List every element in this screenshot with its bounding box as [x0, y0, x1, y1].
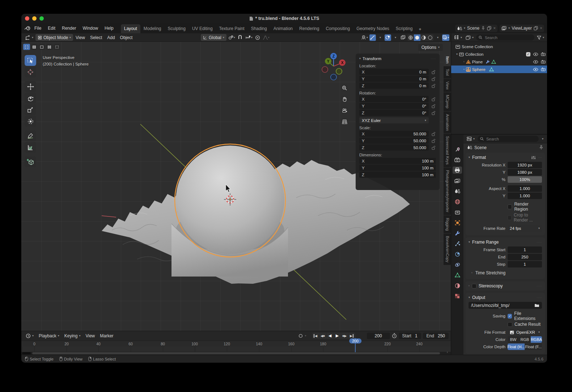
depth-float-full-button[interactable]: Float (F... — [525, 343, 542, 350]
file-extensions-checkbox[interactable]: ✓ — [508, 314, 512, 319]
workspace-tab-layout[interactable]: Layout — [121, 24, 140, 33]
workspace-tab-geometry-nodes[interactable]: Geometry Nodes — [353, 24, 393, 33]
timeline-scrollbar[interactable]: ‹ — [21, 352, 451, 355]
rotation-x-field[interactable]: X0° — [359, 96, 429, 102]
pan-button[interactable] — [340, 95, 348, 103]
viewport-menu-select[interactable]: Select — [88, 34, 105, 41]
view-layer-selector[interactable]: ▾ ViewLayer × — [500, 25, 544, 32]
navigation-gizmo[interactable]: Z Y X — [319, 51, 348, 81]
zoom-button[interactable] — [340, 84, 348, 92]
transform-orientation-dropdown[interactable]: Global ▾ — [201, 34, 226, 41]
timeline-menu-playback[interactable]: Playback▾ — [37, 332, 62, 340]
lock-icon[interactable] — [431, 139, 436, 143]
sidebar-tab-bone-anim-copy[interactable]: BoneAnimCopy — [444, 233, 451, 265]
frame-start-field[interactable]: 1 — [508, 246, 542, 253]
measure-tool[interactable] — [25, 142, 36, 153]
previous-keyframe-button[interactable]: ◀◆ — [319, 333, 326, 339]
viewport-menu-view[interactable]: View — [73, 34, 88, 41]
outliner-row-sphere[interactable]: › Sphere — [451, 66, 547, 73]
hide-eye-icon[interactable] — [533, 60, 538, 64]
outliner-editor-type-selector[interactable]: ▾ — [453, 34, 463, 41]
expand-icon[interactable]: ▾ — [456, 53, 458, 56]
copy-icon[interactable] — [487, 26, 491, 30]
sidebar-tab-screencast-keys[interactable]: Screencast Keys — [444, 134, 451, 167]
pivot-point-dropdown[interactable]: ▾ — [228, 34, 236, 41]
collapse-panel-icon[interactable]: ▾ — [469, 156, 470, 159]
crop-to-render-checkbox[interactable] — [508, 215, 512, 220]
workspace-tab-modeling[interactable]: Modeling — [140, 24, 165, 33]
options-button[interactable]: Options ▾ — [418, 44, 443, 51]
resolution-x-field[interactable]: 1920 px — [508, 162, 542, 168]
play-reverse-button[interactable]: ◀ — [327, 333, 334, 339]
shading-solid-button[interactable] — [414, 34, 420, 41]
orthographic-toggle-button[interactable] — [340, 118, 348, 126]
gizmos-dropdown[interactable]: ▾ — [377, 34, 384, 41]
snap-toggle[interactable] — [237, 34, 243, 41]
select-mode-extend[interactable] — [31, 44, 38, 50]
workspace-tab-uv-editing[interactable]: UV Editing — [189, 24, 216, 33]
cache-result-checkbox[interactable] — [508, 322, 512, 327]
camera-view-button[interactable] — [340, 106, 348, 114]
tab-object-properties[interactable] — [453, 219, 462, 226]
expand-icon[interactable]: › — [463, 68, 465, 71]
pin-icon[interactable] — [539, 145, 543, 150]
select-mode-invert[interactable] — [46, 44, 53, 50]
lock-icon[interactable] — [431, 111, 436, 115]
xray-toggle[interactable] — [400, 34, 406, 41]
frame-start-field[interactable]: Start1 — [399, 333, 421, 339]
proportional-falloff-dropdown[interactable]: ▾ — [262, 34, 270, 41]
properties-filter-dropdown[interactable]: ▾ — [541, 138, 545, 140]
workspace-tab-animation[interactable]: Animation — [270, 24, 296, 33]
workspace-tab-rendering[interactable]: Rendering — [296, 24, 322, 33]
properties-search-input[interactable] — [486, 136, 536, 142]
outliner-search[interactable] — [476, 34, 534, 41]
transform-tool[interactable] — [25, 116, 36, 127]
lock-icon[interactable] — [431, 146, 436, 150]
properties-search[interactable] — [478, 136, 539, 142]
cursor-tool[interactable] — [25, 67, 36, 77]
lock-icon[interactable] — [431, 104, 436, 108]
hide-eye-icon[interactable] — [533, 68, 538, 71]
jump-to-start-button[interactable]: ◀ — [312, 333, 319, 339]
overlays-toggle[interactable] — [385, 34, 391, 41]
viewport-3d[interactable]: User Perspective (200) Collection | Sphe… — [21, 42, 451, 331]
menu-help[interactable]: Help — [102, 24, 116, 32]
tab-collection-properties[interactable] — [453, 208, 462, 216]
tab-modifier-properties[interactable] — [453, 229, 462, 237]
copy-icon[interactable] — [534, 26, 538, 30]
expand-icon[interactable]: › — [471, 271, 473, 274]
scale-z-field[interactable]: Z50.000 — [359, 144, 429, 151]
color-rgb-button[interactable]: RGB — [519, 336, 530, 343]
menu-file[interactable]: File — [31, 24, 44, 32]
hide-eye-icon[interactable] — [533, 52, 538, 56]
rotation-mode-dropdown[interactable]: XYZ Euler▾ — [359, 117, 429, 123]
move-tool[interactable] — [25, 81, 36, 92]
timeline-editor-type-selector[interactable]: ▾ — [24, 332, 36, 340]
select-box-tool[interactable] — [25, 55, 36, 66]
breadcrumb-scene[interactable]: Scene — [474, 145, 487, 150]
select-mode-intersect[interactable] — [54, 44, 60, 50]
expand-icon[interactable]: › — [463, 60, 465, 63]
sidebar-tab-mcprep[interactable]: MCprep — [444, 92, 451, 111]
scale-y-field[interactable]: Y50.000 — [359, 138, 429, 144]
aspect-x-field[interactable]: 1.000 — [508, 185, 542, 192]
workspace-tab-shading[interactable]: Shading — [248, 24, 270, 33]
tab-texture-properties[interactable] — [453, 292, 462, 300]
menu-edit[interactable]: Edit — [45, 24, 58, 32]
tab-material-properties[interactable] — [453, 282, 462, 289]
lock-icon[interactable] — [431, 132, 436, 136]
auto-key-dropdown[interactable]: ▾ — [305, 334, 306, 337]
aspect-y-field[interactable]: 1.000 — [508, 193, 542, 199]
disable-render-camera-icon[interactable] — [541, 67, 546, 71]
tab-physics-properties[interactable] — [453, 250, 462, 258]
stereoscopy-checkbox[interactable] — [472, 284, 476, 288]
outliner-row-plane[interactable]: › Plane — [451, 58, 547, 66]
mode-dropdown[interactable]: Object Mode ▾ — [35, 34, 73, 41]
tab-constraint-properties[interactable] — [453, 261, 462, 268]
scene-selector[interactable]: ▾ Scene × — [455, 25, 497, 32]
frame-end-field[interactable]: 250 — [508, 254, 542, 260]
location-x-field[interactable]: X0 m — [359, 69, 429, 75]
shading-wireframe-button[interactable] — [407, 34, 414, 41]
timer-icon[interactable] — [392, 333, 397, 338]
auto-keying-toggle[interactable] — [297, 333, 304, 339]
